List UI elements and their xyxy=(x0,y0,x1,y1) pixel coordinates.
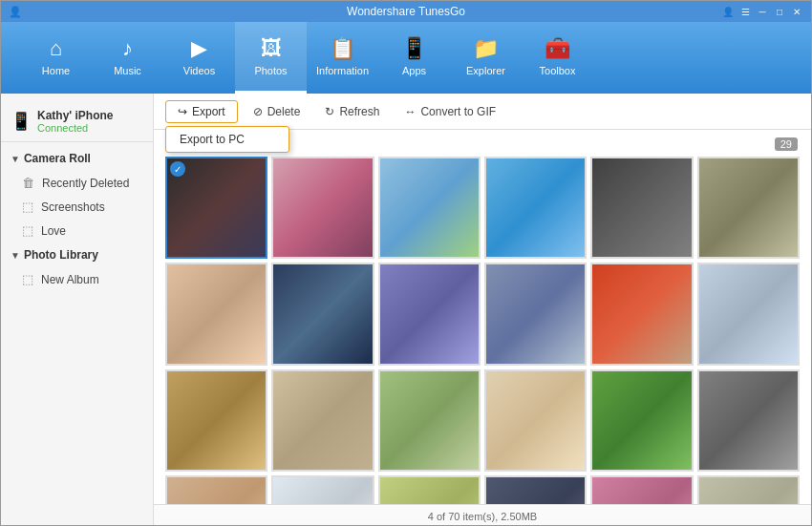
nav-toolbox-label: Toolbox xyxy=(540,65,576,76)
photo-thumb[interactable] xyxy=(590,475,693,504)
export-button[interactable]: ↪ Export xyxy=(165,100,238,123)
device-info: Kathy' iPhone Connected xyxy=(37,109,114,134)
nav-toolbox[interactable]: 🧰 Toolbox xyxy=(522,22,593,94)
photo-thumb[interactable] xyxy=(378,475,481,504)
refresh-icon: ↻ xyxy=(325,105,334,118)
sidebar-section-camera-roll[interactable]: ▼ Camera Roll xyxy=(1,146,153,171)
photo-thumb[interactable] xyxy=(590,369,693,472)
photo-thumb[interactable] xyxy=(165,263,267,365)
photo-thumb[interactable] xyxy=(271,157,374,259)
nav-photos-label: Photos xyxy=(254,65,287,76)
nav-videos[interactable]: ▶ Videos xyxy=(163,22,235,94)
sidebar: 📱 Kathy' iPhone Connected ▼ Camera Roll … xyxy=(1,94,154,526)
photos-icon: 🖼 xyxy=(261,36,282,61)
nav-home-label: Home xyxy=(42,65,70,76)
photo-thumb[interactable] xyxy=(590,263,693,365)
sidebar-item-new-album[interactable]: ⬚ New Album xyxy=(1,267,153,291)
nav-apps[interactable]: 📱 Apps xyxy=(378,22,450,94)
refresh-label: Refresh xyxy=(339,105,379,118)
nav-information[interactable]: 📋 Information xyxy=(307,22,378,94)
nav-bar: ⌂ Home ♪ Music ▶ Videos 🖼 Photos 📋 Infor… xyxy=(1,22,811,94)
photo-thumb[interactable] xyxy=(271,263,374,365)
nav-apps-label: Apps xyxy=(402,65,426,76)
device-icon: 📱 xyxy=(11,111,32,132)
screenshots-icon: ⬚ xyxy=(22,200,33,214)
photo-thumb[interactable] xyxy=(484,475,587,504)
export-to-pc-label: Export to PC xyxy=(180,133,245,146)
love-icon: ⬚ xyxy=(22,223,33,238)
convert-gif-label: Convert to GIF xyxy=(420,105,496,118)
nav-explorer[interactable]: 📁 Explorer xyxy=(450,22,522,94)
photo-thumb[interactable] xyxy=(484,263,587,365)
device-name: Kathy' iPhone xyxy=(37,109,114,122)
photo-thumb[interactable] xyxy=(271,369,374,472)
new-album-label: New Album xyxy=(41,273,99,286)
export-label: Export xyxy=(192,105,225,118)
photo-thumb[interactable] xyxy=(165,369,267,472)
apps-icon: 📱 xyxy=(401,36,427,61)
close-icon[interactable]: ✕ xyxy=(790,5,803,18)
nav-photos[interactable]: 🖼 Photos xyxy=(235,22,307,94)
photo-thumb[interactable] xyxy=(165,475,267,504)
photo-thumb[interactable] xyxy=(378,263,481,365)
photo-grid: ✓ xyxy=(165,157,800,504)
nav-information-label: Information xyxy=(316,65,369,76)
trash-icon: 🗑 xyxy=(22,176,34,190)
photo-library-label: Photo Library xyxy=(24,248,98,262)
photo-thumb[interactable]: ✓ xyxy=(165,157,267,259)
delete-label: Delete xyxy=(267,105,301,118)
photo-thumb[interactable] xyxy=(484,369,587,472)
title-bar-text: Wondershare TunesGo xyxy=(347,5,465,18)
app-icon: 👤 xyxy=(9,6,22,18)
video-icon: ▶ xyxy=(191,36,207,61)
love-label: Love xyxy=(41,224,66,238)
sidebar-item-screenshots[interactable]: ⬚ Screenshots xyxy=(1,195,153,219)
photo-thumb[interactable] xyxy=(378,157,481,259)
photo-check-overlay: ✓ xyxy=(170,161,185,177)
convert-icon: ↔ xyxy=(404,105,416,118)
photo-area: 2016-08-24 29 ✓ xyxy=(154,130,811,504)
nav-music[interactable]: ♪ Music xyxy=(92,22,163,94)
photo-thumb[interactable] xyxy=(271,475,374,504)
nav-music-label: Music xyxy=(114,65,141,76)
new-album-icon: ⬚ xyxy=(22,272,33,286)
information-icon: 📋 xyxy=(330,36,355,61)
refresh-button[interactable]: ↻ Refresh xyxy=(315,101,389,122)
sidebar-section-photo-library[interactable]: ▼ Photo Library xyxy=(1,242,153,267)
nav-explorer-label: Explorer xyxy=(466,65,505,76)
maximize-icon[interactable]: □ xyxy=(773,5,786,18)
nav-videos-label: Videos xyxy=(183,65,215,76)
content-area: ↪ Export Export to PC ⊘ Delete ↻ Refresh… xyxy=(154,94,811,526)
user-control-icon[interactable]: 👤 xyxy=(721,5,735,18)
minimize-icon[interactable]: ─ xyxy=(756,5,769,18)
photo-thumb[interactable] xyxy=(590,157,693,259)
photo-thumb[interactable] xyxy=(484,157,587,259)
delete-button[interactable]: ⊘ Delete xyxy=(244,101,310,122)
export-to-pc-item[interactable]: Export to PC xyxy=(166,127,288,152)
photo-library-arrow: ▼ xyxy=(11,250,20,261)
nav-home[interactable]: ⌂ Home xyxy=(20,22,92,94)
sidebar-item-love[interactable]: ⬚ Love xyxy=(1,219,153,242)
toolbar: ↪ Export Export to PC ⊘ Delete ↻ Refresh… xyxy=(154,94,811,130)
status-text: 4 of 70 item(s), 2.50MB xyxy=(428,511,537,522)
photo-thumb[interactable] xyxy=(697,475,800,504)
photo-thumb[interactable] xyxy=(697,157,800,259)
window-controls: 👤 ☰ ─ □ ✕ xyxy=(721,5,803,18)
music-icon: ♪ xyxy=(122,36,133,61)
menu-icon[interactable]: ☰ xyxy=(738,5,752,18)
photo-thumb[interactable] xyxy=(378,369,481,472)
export-dropdown: Export to PC xyxy=(165,126,289,153)
photo-thumb[interactable] xyxy=(697,369,800,472)
explorer-icon: 📁 xyxy=(473,36,499,61)
convert-gif-button[interactable]: ↔ Convert to GIF xyxy=(395,101,505,122)
sidebar-item-recently-deleted[interactable]: 🗑 Recently Deleted xyxy=(1,171,153,195)
camera-roll-arrow: ▼ xyxy=(11,154,20,164)
camera-roll-label: Camera Roll xyxy=(24,152,91,165)
delete-icon: ⊘ xyxy=(253,105,263,118)
home-icon: ⌂ xyxy=(50,36,62,61)
photo-thumb[interactable] xyxy=(697,263,800,365)
recently-deleted-label: Recently Deleted xyxy=(42,177,129,190)
main-layout: 📱 Kathy' iPhone Connected ▼ Camera Roll … xyxy=(1,94,811,526)
photo-count-badge: 29 xyxy=(775,137,798,151)
screenshots-label: Screenshots xyxy=(41,200,105,214)
